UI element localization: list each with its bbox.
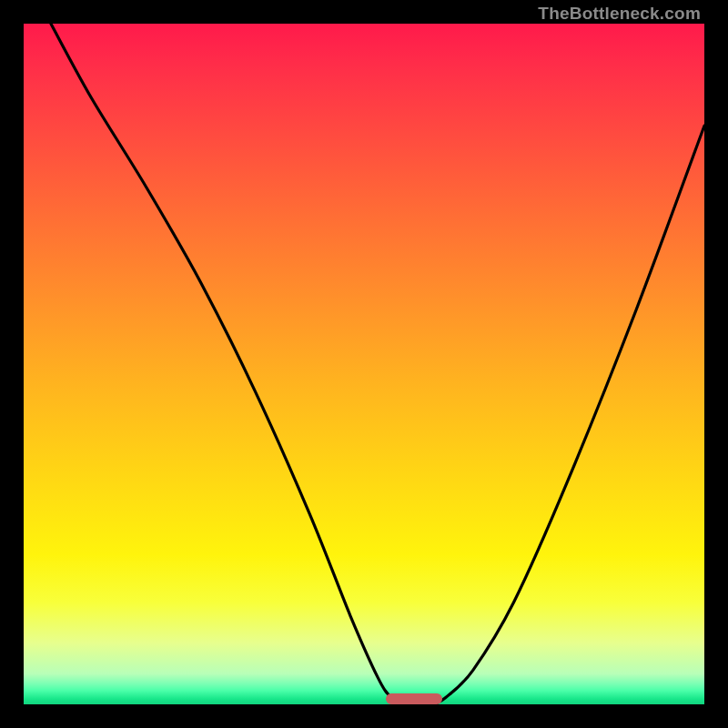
plot-area xyxy=(24,24,704,704)
optimal-range-marker xyxy=(386,693,442,704)
watermark-text: TheBottleneck.com xyxy=(538,4,701,24)
bottleneck-curve xyxy=(24,24,704,704)
curve-path xyxy=(51,24,704,704)
chart-frame: TheBottleneck.com xyxy=(0,0,728,728)
